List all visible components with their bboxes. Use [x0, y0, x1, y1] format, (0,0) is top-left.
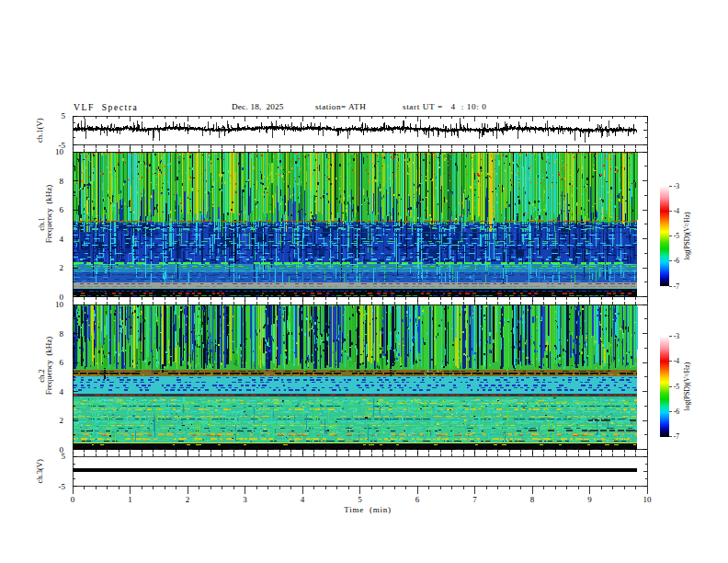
svg-text:-3: -3	[674, 332, 680, 340]
svg-text:Frequency (kHz): Frequency (kHz)	[44, 185, 53, 243]
svg-text:-4: -4	[674, 207, 680, 215]
svg-text:4: 4	[60, 235, 64, 244]
svg-text:-7: -7	[674, 432, 680, 441]
svg-text:Frequency (kHz): Frequency (kHz)	[44, 337, 53, 395]
svg-text:8: 8	[60, 177, 64, 186]
svg-text:0: 0	[71, 495, 75, 504]
svg-text:2: 2	[60, 416, 64, 425]
svg-text:log(PSD)(V²/Hz): log(PSD)(V²/Hz)	[683, 212, 691, 260]
svg-text:5: 5	[62, 111, 66, 121]
svg-text:6: 6	[60, 205, 64, 214]
svg-text:VLF Spectra: VLF Spectra	[74, 102, 138, 112]
svg-text:9: 9	[587, 495, 592, 504]
svg-text:-3: -3	[674, 182, 680, 190]
svg-text:station= ATH: station= ATH	[315, 102, 366, 111]
svg-text:1: 1	[128, 495, 132, 504]
svg-text:-6: -6	[674, 408, 680, 416]
svg-text:4: 4	[60, 387, 64, 396]
svg-text:ch.1(V): ch.1(V)	[35, 118, 44, 143]
svg-text:Time (min): Time (min)	[344, 505, 391, 514]
svg-text:5: 5	[358, 495, 362, 504]
svg-text:-6: -6	[674, 257, 680, 265]
svg-text:10: 10	[55, 147, 64, 156]
svg-text:5: 5	[62, 452, 66, 461]
svg-text:Dec. 18, 2025: Dec. 18, 2025	[232, 102, 284, 111]
svg-text:6: 6	[60, 358, 64, 367]
svg-text:-5: -5	[674, 383, 680, 391]
svg-text:10: 10	[55, 300, 64, 309]
svg-text:4: 4	[301, 495, 305, 504]
svg-text:-5: -5	[674, 232, 680, 240]
svg-text:-4: -4	[674, 357, 680, 365]
svg-text:ch.3(V): ch.3(V)	[35, 459, 44, 484]
svg-text:-7: -7	[674, 282, 680, 291]
svg-text:start UT = 4 : 10: 0: start UT = 4 : 10: 0	[403, 102, 487, 111]
svg-text:10: 10	[643, 495, 653, 504]
svg-text:2: 2	[60, 263, 64, 272]
svg-text:-5: -5	[59, 482, 66, 491]
svg-text:2: 2	[186, 495, 190, 504]
svg-text:3: 3	[243, 495, 247, 504]
svg-text:log(PSD)(V²/Hz): log(PSD)(V²/Hz)	[683, 362, 691, 410]
svg-text:8: 8	[530, 495, 535, 504]
svg-text:8: 8	[60, 329, 64, 339]
svg-text:6: 6	[415, 495, 420, 504]
svg-text:7: 7	[472, 495, 477, 504]
